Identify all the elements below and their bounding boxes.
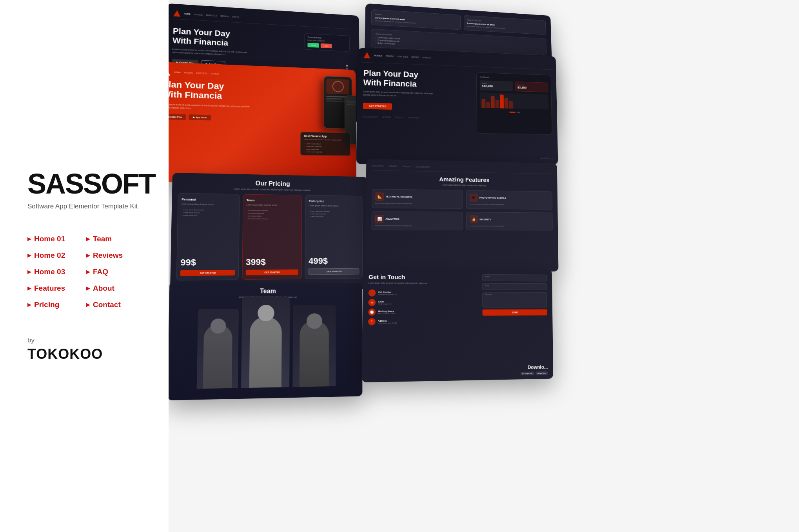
nav-grid: ▶ Home 01 ▶ Home 02 ▶ Home 03 ▶ Features…: [27, 231, 145, 313]
nav-label-contact: Contact: [93, 300, 121, 309]
screen-team: Team Lorem ipsum dolor sit amet, consect…: [169, 282, 362, 400]
nav-item-home03[interactable]: ▶ Home 03: [27, 264, 86, 280]
nav-item-home02[interactable]: ▶ Home 02: [27, 247, 86, 264]
nav-item-contact[interactable]: ▶ Contact: [86, 297, 145, 313]
nav-item-features[interactable]: ▶ Features: [27, 280, 86, 297]
nav-col-1: ▶ Home 01 ▶ Home 02 ▶ Home 03 ▶ Features…: [27, 231, 86, 313]
nav-label-home01: Home 01: [34, 235, 65, 243]
brand-title: SASSOFT: [27, 170, 145, 198]
brand-subtitle: Software App Elementor Template Kit: [27, 202, 145, 211]
mosaic-container: HOME PRICING FEATURES REVIEW OTHER Plan …: [169, 0, 799, 532]
nav-item-faq[interactable]: ▶ FAQ: [86, 264, 145, 280]
arrow-icon: ▶: [27, 253, 31, 258]
by-label: by: [27, 337, 145, 344]
nav-item-about[interactable]: ▶ About: [86, 280, 145, 297]
arrow-icon: ▶: [86, 269, 90, 275]
nav-label-home02: Home 02: [34, 251, 65, 260]
nav-label-features: Features: [34, 284, 65, 293]
nav-label-home03: Home 03: [34, 268, 65, 276]
arrow-icon: ▶: [86, 236, 90, 242]
arrow-icon: ▶: [27, 269, 31, 275]
screen-home02: HOME PRICING FEATURES REVIEW Plan Your D…: [169, 62, 356, 182]
arrow-icon: ▶: [27, 302, 31, 308]
screen-contact: Get in Touch Lorem ipsum dolor sit amet,…: [362, 268, 554, 383]
nav-item-team[interactable]: ▶ Team: [86, 231, 145, 247]
screen-features: ANTARTICA ⊞ DOMO Thirty.co ⊕ CONSTRUCT A…: [365, 159, 558, 274]
nav-label-pricing: Pricing: [34, 300, 59, 309]
nav-col-2: ▶ Team ▶ Reviews ▶ FAQ ▶ About ▶ Contact: [86, 231, 145, 313]
arrow-icon: ▶: [86, 253, 90, 258]
right-panel: HOME PRICING FEATURES REVIEW OTHER Plan …: [169, 0, 799, 532]
nav-item-reviews[interactable]: ▶ Reviews: [86, 247, 145, 264]
arrow-icon: ▶: [86, 286, 90, 291]
nav-label-team: Team: [93, 235, 112, 243]
arrow-icon: ▶: [86, 302, 90, 308]
left-panel: SASSOFT Software App Elementor Template …: [0, 0, 169, 532]
nav-label-reviews: Reviews: [93, 251, 123, 260]
screen-pricing: Our Pricing Lorem ipsum dolor sit amet, …: [170, 173, 368, 291]
screen-home03: HOME ▾ PRICING FEATURES REVIEW OTHER ▾ P…: [356, 48, 558, 165]
hero-title: Plan Your DayWith Financia: [173, 26, 292, 51]
screen-logo: [173, 10, 180, 17]
creator-section: by TOKOKOO: [27, 337, 145, 362]
nav-item-home01[interactable]: ▶ Home 01: [27, 231, 86, 247]
hero-subtitle: Lorem ipsum dolor sit amet, consectetur …: [172, 47, 257, 58]
arrow-icon: ▶: [27, 236, 31, 242]
arrow-icon: ▶: [27, 286, 31, 291]
creator-name: TOKOKOO: [27, 346, 145, 362]
nav-label-about: About: [93, 284, 114, 293]
nav-item-pricing[interactable]: ▶ Pricing: [27, 297, 86, 313]
nav-label-faq: FAQ: [93, 268, 108, 276]
